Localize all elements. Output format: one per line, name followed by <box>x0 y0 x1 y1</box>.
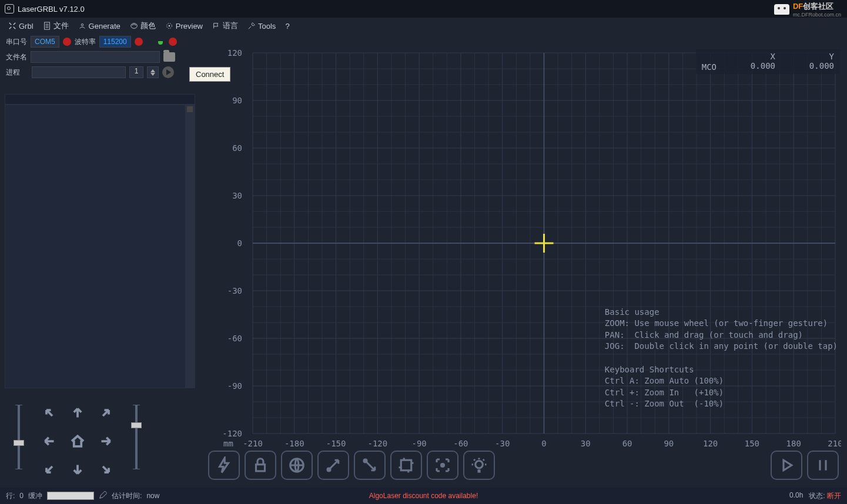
menu-help[interactable]: ? <box>285 22 289 31</box>
jog-nw-button[interactable] <box>36 400 62 426</box>
port-status-icon <box>63 38 71 46</box>
gcode-panel <box>0 94 200 389</box>
power-button[interactable] <box>208 451 240 480</box>
connect-button[interactable] <box>156 36 165 48</box>
edit-icon[interactable] <box>99 491 107 501</box>
svg-text:150: 150 <box>745 439 759 448</box>
svg-text:-60: -60 <box>453 439 468 448</box>
open-file-button[interactable] <box>163 52 175 62</box>
svg-point-3 <box>132 24 133 25</box>
svg-text:30: 30 <box>232 191 242 200</box>
coord-x-label: X <box>771 52 775 61</box>
status-est-value: now <box>146 492 159 500</box>
menu-file[interactable]: 文件 <box>43 21 69 31</box>
port-select[interactable]: COM5 <box>31 36 59 48</box>
svg-text:120: 120 <box>227 48 242 58</box>
baud-label: 波特率 <box>75 37 96 47</box>
svg-text:60: 60 <box>622 439 632 448</box>
status-buffer-label: 缓冲 <box>28 491 42 501</box>
svg-text:-30: -30 <box>495 439 510 448</box>
process-label: 进程 <box>6 68 28 78</box>
svg-text:30: 30 <box>581 439 591 448</box>
coord-mco-label: MCO <box>702 62 717 72</box>
svg-text:mm: mm <box>223 439 233 448</box>
baud-select[interactable]: 115200 <box>99 36 131 48</box>
help-overlay: Basic usage ZOOM: Use mouse wheel (or tw… <box>605 307 838 410</box>
jog-ne-button[interactable] <box>93 400 119 426</box>
lock-button[interactable] <box>245 451 276 480</box>
jog-se-button[interactable] <box>93 456 119 482</box>
svg-point-5 <box>135 24 136 25</box>
process-count-spinner[interactable] <box>147 66 159 78</box>
bottom-toolbar <box>206 448 841 483</box>
gcode-textarea[interactable] <box>5 105 195 388</box>
pause-button[interactable] <box>807 451 839 480</box>
rectangle-button[interactable] <box>390 451 422 480</box>
svg-point-4 <box>133 24 135 25</box>
status-est-label: 估计时间: <box>112 491 142 501</box>
coord-x-value: 0.000 <box>751 61 775 70</box>
svg-point-1 <box>81 24 83 26</box>
brand-logo: DF创客社区 mc.DFRobot.com.cn <box>774 1 841 18</box>
port-label: 串口号 <box>6 37 27 47</box>
gcode-header <box>5 94 195 105</box>
svg-text:60: 60 <box>232 143 242 153</box>
app-title: LaserGRBL v7.12.0 <box>18 5 85 14</box>
origin-button[interactable] <box>317 451 349 480</box>
globe-button[interactable] <box>281 451 313 480</box>
svg-rect-109 <box>401 460 411 471</box>
svg-text:90: 90 <box>664 439 674 448</box>
jog-up-button[interactable] <box>65 400 91 426</box>
menu-grbl[interactable]: Grbl <box>8 22 34 31</box>
connection-status-icon <box>169 38 177 46</box>
promo-banner[interactable]: AlgoLaser discount code available! <box>369 492 478 500</box>
run-button[interactable] <box>162 66 174 78</box>
jog-down-button[interactable] <box>65 456 91 482</box>
menu-tools[interactable]: Tools <box>247 22 276 31</box>
focus-button[interactable] <box>427 451 458 480</box>
svg-text:-210: -210 <box>243 439 263 448</box>
svg-text:-30: -30 <box>227 286 242 295</box>
status-lines-value: 0 <box>19 492 24 500</box>
svg-text:0: 0 <box>237 238 242 248</box>
svg-text:90: 90 <box>232 96 242 105</box>
status-state-label: 状态: <box>809 492 825 500</box>
status-buffer-progress <box>47 492 94 500</box>
gcode-scrollbar[interactable] <box>185 105 195 388</box>
svg-point-110 <box>441 464 444 467</box>
menu-bar: Grbl 文件 Generate 颜色 Preview 语言 Tools ? <box>0 18 847 34</box>
svg-text:-180: -180 <box>284 439 304 448</box>
menu-language[interactable]: 语言 <box>212 21 238 31</box>
speed-slider-left[interactable] <box>7 400 31 482</box>
svg-text:120: 120 <box>703 439 718 448</box>
status-time: 0.0h <box>789 491 803 501</box>
filename-input[interactable] <box>31 51 160 63</box>
play-button[interactable] <box>771 451 802 480</box>
coord-y-label: Y <box>829 52 834 61</box>
jog-right-button[interactable] <box>93 428 119 454</box>
jog-panel <box>0 397 200 485</box>
coord-y-value: 0.000 <box>809 61 834 70</box>
menu-preview[interactable]: Preview <box>165 22 203 31</box>
frame-button[interactable] <box>354 451 386 480</box>
jog-sw-button[interactable] <box>36 456 62 482</box>
menu-generate[interactable]: Generate <box>78 22 120 31</box>
svg-rect-105 <box>256 465 265 471</box>
svg-text:-150: -150 <box>326 439 346 448</box>
jog-home-button[interactable] <box>65 428 91 454</box>
light-button[interactable] <box>463 451 495 480</box>
speed-slider-right[interactable] <box>125 400 148 482</box>
coord-display: MCO X0.000 Y0.000 <box>696 49 840 74</box>
jog-grid <box>36 400 119 482</box>
title-bar: LaserGRBL v7.12.0 DF创客社区 mc.DFRobot.com.… <box>0 0 847 18</box>
process-progress <box>32 66 126 78</box>
jog-left-button[interactable] <box>36 428 62 454</box>
baud-status-icon <box>135 38 143 46</box>
status-bar: 行: 0 缓冲 估计时间: now AlgoLaser discount cod… <box>0 488 847 504</box>
connect-tooltip: Connect <box>189 67 230 82</box>
menu-color[interactable]: 颜色 <box>130 21 156 31</box>
svg-point-7 <box>168 25 170 27</box>
svg-text:-120: -120 <box>222 429 242 438</box>
process-count[interactable]: 1 <box>129 66 143 78</box>
svg-text:-120: -120 <box>367 439 387 448</box>
